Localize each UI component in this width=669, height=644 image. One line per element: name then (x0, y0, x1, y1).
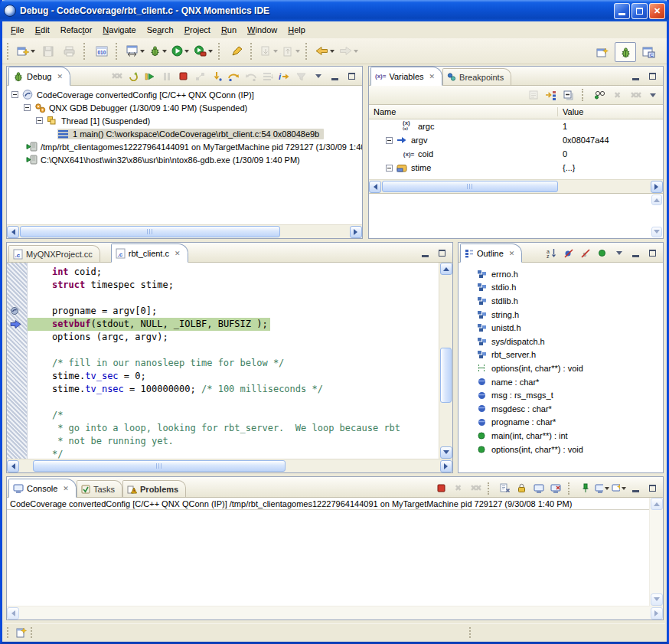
code-line[interactable]: stime.tv_sec = 0; (28, 370, 439, 383)
outline-item[interactable]: msg : rs_msgs_t (459, 388, 663, 402)
code-line[interactable]: */ (28, 448, 439, 459)
scroll-thumb[interactable] (382, 181, 558, 192)
menu-edit[interactable]: Edit (30, 23, 55, 37)
hide-non-public-button[interactable] (595, 247, 609, 260)
console-minimize-button[interactable] (628, 482, 643, 495)
suspend-button[interactable] (159, 70, 174, 83)
step-return-button[interactable] (243, 70, 258, 83)
code-line[interactable]: * go into a loop, looking for rbt_server… (28, 422, 439, 435)
sort-button[interactable]: az (544, 247, 559, 260)
hide-static-members-button[interactable]: s (578, 247, 592, 260)
variables-tab-close-icon[interactable]: ✕ (429, 73, 436, 80)
selected-stack-frame[interactable]: 1 main() C:\workspace\CodeCoverage\rbt_c… (57, 129, 324, 139)
tab-rbt-client[interactable]: .c rbt_client.c ✕ (111, 244, 188, 263)
outline-item[interactable]: string.h (459, 308, 663, 322)
tab-variables[interactable]: (x)= Variables ✕ (370, 67, 442, 86)
console-terminate-button[interactable] (434, 482, 449, 495)
scroll-right-button[interactable] (440, 460, 452, 472)
collapse-toggle[interactable] (24, 104, 31, 111)
pin-console-button[interactable] (578, 482, 592, 495)
debug-hscrollbar[interactable] (7, 224, 362, 238)
scroll-left-button[interactable] (369, 181, 381, 193)
show-type-names-button[interactable] (526, 89, 540, 102)
scroll-thumb[interactable] (20, 226, 280, 237)
restart-button[interactable] (126, 70, 140, 83)
tree-row[interactable]: Thread [1] (Suspended) (7, 114, 362, 127)
forward-dropdown[interactable] (354, 50, 358, 53)
expand-toggle[interactable] (386, 137, 393, 144)
debug-dropdown[interactable] (162, 50, 167, 53)
forward-button[interactable] (337, 41, 361, 61)
outline-item[interactable]: msgdesc : char* (459, 402, 663, 416)
toolbar-grip[interactable] (83, 43, 88, 60)
target-navigator-dropdown[interactable] (140, 50, 145, 53)
code-line[interactable]: int coid; (28, 266, 439, 279)
outline-item[interactable]: name : char* (459, 375, 663, 389)
watch-expression-button[interactable] (592, 89, 607, 102)
scroll-thumb[interactable] (33, 460, 286, 472)
display-selected-console-button[interactable] (595, 482, 609, 495)
tree-row[interactable]: C:\QNX641\host\win32\x86\usr\bin\ntox86-… (7, 153, 362, 166)
clear-console-button[interactable] (498, 482, 512, 495)
tab-myqnxproject[interactable]: .c MyQNXProject.cc (8, 245, 100, 262)
collapse-toggle[interactable] (11, 91, 18, 98)
console-output[interactable]: CodeCoverage convertedConfig [C/C++ QNX … (7, 498, 649, 606)
outline-item[interactable]: errno.h (459, 267, 663, 281)
new-wizard-dropdown[interactable] (31, 50, 35, 53)
fast-view-button[interactable] (15, 626, 29, 639)
tab-breakpoints[interactable]: Breakpoints (442, 68, 511, 85)
scroll-right-button[interactable] (651, 607, 663, 619)
variable-row[interactable]: (x)=coid 0 (369, 147, 663, 161)
outline-item[interactable]: stdio.h (459, 281, 663, 295)
scroll-down-button[interactable] (440, 446, 452, 459)
new-wizard-button[interactable] (15, 41, 38, 61)
console-hscrollbar[interactable] (7, 606, 663, 619)
column-header-value[interactable]: Value (558, 107, 663, 116)
toolbar-grip[interactable] (250, 43, 255, 60)
step-over-button[interactable] (227, 70, 241, 83)
outline-item[interactable]: stdlib.h (459, 294, 663, 308)
editor-maximize-button[interactable] (435, 247, 449, 260)
previous-annotation-button[interactable] (280, 41, 302, 61)
code-line[interactable] (28, 396, 439, 409)
variables-view-menu-button[interactable] (645, 89, 660, 102)
tab-problems[interactable]: Problems (122, 480, 186, 497)
console-maximize-button[interactable] (645, 482, 660, 495)
menu-window[interactable]: Window (242, 23, 282, 37)
disconnect-button[interactable] (193, 70, 207, 83)
remove-launch-button[interactable]: ✖ (451, 482, 465, 495)
profile-button[interactable] (191, 41, 215, 61)
menu-project[interactable]: Project (179, 23, 216, 37)
scroll-left-button[interactable] (7, 607, 19, 619)
outline-item[interactable]: rbt_server.h (459, 348, 663, 362)
scroll-left-button[interactable] (7, 226, 19, 238)
back-dropdown[interactable] (330, 50, 334, 53)
c-cpp-perspective-button[interactable]: C (638, 42, 659, 62)
code-line[interactable]: * not be running yet. (28, 435, 439, 448)
scroll-left-button[interactable] (7, 460, 19, 472)
scroll-down-button[interactable] (651, 593, 663, 606)
variable-row[interactable]: argv 0x08047a44 (369, 133, 663, 147)
previous-annotation-dropdown[interactable] (295, 50, 300, 53)
code-line[interactable]: stime.tv_nsec = 100000000; /* 100 millis… (28, 383, 439, 396)
scroll-right-button[interactable] (350, 226, 362, 238)
editor-vscrollbar[interactable] (439, 263, 452, 459)
save-button[interactable] (38, 41, 59, 61)
remove-selected-button[interactable]: ✖ (610, 89, 625, 102)
run-button[interactable] (169, 41, 191, 61)
code-line[interactable]: struct timespec stime; (28, 279, 439, 292)
menu-file[interactable]: File (5, 23, 30, 37)
binary-editor-button[interactable]: 010 (91, 41, 113, 61)
menu-search[interactable]: Search (142, 23, 179, 37)
editor-minimize-button[interactable] (418, 247, 432, 260)
outline-item[interactable]: options(int, char**) : void (459, 361, 663, 375)
debug-minimize-button[interactable] (328, 70, 342, 83)
outline-tab-close-icon[interactable]: ✕ (509, 250, 515, 257)
use-step-filters-button[interactable] (294, 70, 308, 83)
scroll-lock-button[interactable] (514, 482, 529, 495)
remove-all-terminated-button[interactable]: ✖✖ (109, 70, 123, 83)
toolbar-grip[interactable] (7, 43, 11, 60)
tree-row[interactable]: 1 main() C:\workspace\CodeCoverage\rbt_c… (7, 127, 362, 140)
editor-hscrollbar[interactable] (7, 459, 452, 472)
menu-navigate[interactable]: Navigate (97, 23, 141, 37)
